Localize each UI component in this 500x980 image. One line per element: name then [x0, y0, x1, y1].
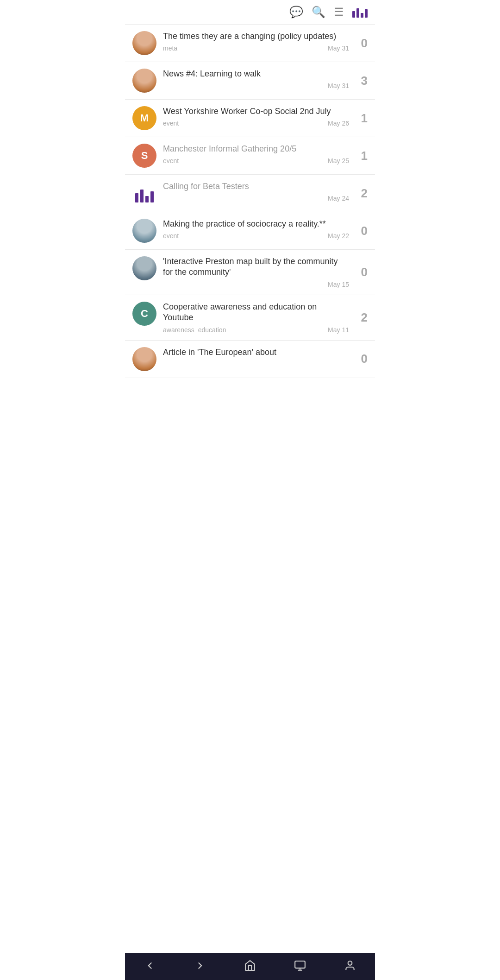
- topic-tags: event: [163, 157, 179, 164]
- topic-content: The times they are a changing (policy up…: [163, 31, 349, 52]
- topic-meta: awarenesseducation May 11: [163, 326, 349, 334]
- topic-content: Cooperative awareness and education on Y…: [163, 302, 349, 334]
- menu-icon[interactable]: ☰: [334, 6, 344, 19]
- topic-list: The times they are a changing (policy up…: [125, 25, 375, 411]
- header-icons: 💬 🔍 ☰: [289, 6, 368, 19]
- topic-item[interactable]: News #4: Learning to walk May 31 3: [125, 62, 375, 100]
- topic-meta: May 15: [163, 281, 349, 288]
- avatar: S: [132, 144, 156, 168]
- avatar: [132, 181, 156, 205]
- avatar: [132, 256, 156, 280]
- topic-tags: event: [163, 232, 179, 240]
- topic-date: May 22: [328, 232, 349, 240]
- search-icon[interactable]: 🔍: [312, 6, 325, 19]
- topic-date: May 24: [328, 195, 349, 202]
- topic-tag: education: [198, 326, 226, 334]
- topic-meta: May 24: [163, 195, 349, 202]
- avatar: C: [132, 302, 156, 326]
- topic-title: Article in 'The European' about: [163, 347, 349, 358]
- brand-bars-icon[interactable]: [352, 6, 368, 18]
- topic-date: May 25: [328, 157, 349, 164]
- topic-item[interactable]: Article in 'The European' about 0: [125, 341, 375, 378]
- topic-item[interactable]: S Manchester Informal Gathering 20/5 eve…: [125, 137, 375, 175]
- topic-title: The times they are a changing (policy up…: [163, 31, 349, 42]
- topic-title: Manchester Informal Gathering 20/5: [163, 144, 349, 154]
- topic-tag: awareness: [163, 326, 194, 334]
- topic-title: Cooperative awareness and education on Y…: [163, 302, 349, 323]
- reply-count: 0: [354, 224, 368, 238]
- topic-item[interactable]: Calling for Beta Testers May 24 2: [125, 175, 375, 212]
- topic-date: May 11: [328, 326, 349, 334]
- topic-meta: meta May 31: [163, 44, 349, 52]
- avatar: [132, 31, 156, 55]
- avatar: [132, 347, 156, 371]
- chat-icon[interactable]: 💬: [289, 6, 303, 19]
- topic-content: West Yorkshire Worker Co-op Social 2nd J…: [163, 106, 349, 127]
- topic-tags: meta: [163, 44, 177, 52]
- topic-date: May 26: [328, 120, 349, 127]
- avatar: M: [132, 106, 156, 130]
- topic-tags: awarenesseducation: [163, 326, 226, 334]
- reply-count: 3: [354, 74, 368, 88]
- topic-tags: event: [163, 120, 179, 127]
- topic-title: News #4: Learning to walk: [163, 69, 349, 79]
- reply-count: 1: [354, 149, 368, 163]
- reply-count: 0: [354, 352, 368, 366]
- topic-meta: May 31: [163, 82, 349, 89]
- topic-tag: meta: [163, 44, 177, 52]
- topic-meta: event May 22: [163, 232, 349, 240]
- topic-item[interactable]: Making the practice of sociocracy a real…: [125, 212, 375, 250]
- reply-count: 0: [354, 36, 368, 51]
- topic-date: May 31: [328, 44, 349, 52]
- topic-item[interactable]: The times they are a changing (policy up…: [125, 25, 375, 62]
- reply-count: 2: [354, 186, 368, 201]
- topic-tag: event: [163, 120, 179, 127]
- topic-meta: event May 25: [163, 157, 349, 164]
- topic-tag: event: [163, 232, 179, 240]
- topic-meta: event May 26: [163, 120, 349, 127]
- avatar: [132, 219, 156, 243]
- topic-content: News #4: Learning to walk May 31: [163, 69, 349, 89]
- app-header: 💬 🔍 ☰: [125, 0, 375, 25]
- topic-title: Calling for Beta Testers: [163, 181, 349, 192]
- topic-content: Manchester Informal Gathering 20/5 event…: [163, 144, 349, 164]
- topic-title: Making the practice of sociocracy a real…: [163, 219, 349, 229]
- topic-content: Article in 'The European' about: [163, 347, 349, 360]
- reply-count: 1: [354, 111, 368, 126]
- avatar: [132, 69, 156, 93]
- topic-content: Making the practice of sociocracy a real…: [163, 219, 349, 240]
- reply-count: 0: [354, 265, 368, 279]
- topic-tag: event: [163, 157, 179, 164]
- topic-title: 'Interactive Preston map built by the co…: [163, 256, 349, 278]
- topic-item[interactable]: C Cooperative awareness and education on…: [125, 295, 375, 341]
- topic-item[interactable]: M West Yorkshire Worker Co-op Social 2nd…: [125, 100, 375, 137]
- topic-content: 'Interactive Preston map built by the co…: [163, 256, 349, 288]
- reply-count: 2: [354, 310, 368, 325]
- topic-date: May 31: [328, 82, 349, 89]
- topic-title: West Yorkshire Worker Co-op Social 2nd J…: [163, 106, 349, 117]
- topic-date: May 15: [328, 281, 349, 288]
- topic-content: Calling for Beta Testers May 24: [163, 181, 349, 202]
- topic-item[interactable]: 'Interactive Preston map built by the co…: [125, 250, 375, 295]
